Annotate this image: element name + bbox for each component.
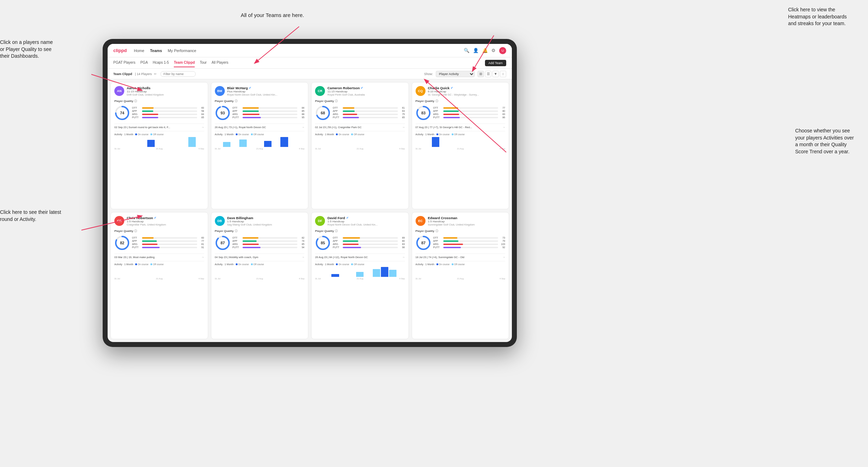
recent-round-text: 02 Sep 23 | Sunset round to get back int…	[114, 126, 170, 129]
player-name[interactable]: Cameron Robertson✔	[327, 86, 405, 90]
activity-header: Activity · 1 Month On course Off course	[315, 263, 405, 266]
recent-round[interactable]: 03 Mar 23 | 19, Must make putting →	[114, 254, 204, 259]
player-card[interactable]: AN Aaron Nicholls 11-15 Handicap Drift G…	[110, 82, 208, 209]
activity-header: Activity · 1 Month On course Off course	[315, 133, 405, 136]
player-card[interactable]: EC Edward Crossman 1-5 Handicap Sunningd…	[412, 212, 509, 339]
player-name[interactable]: Chris Robertson✔	[127, 216, 204, 220]
tab-pgat-players[interactable]: PGAT Players	[113, 58, 135, 67]
nav-logo[interactable]: clippd	[113, 48, 127, 53]
players-grid: AN Aaron Nicholls 11-15 Handicap Drift G…	[108, 79, 512, 342]
stat-label: PUTT	[433, 116, 442, 119]
edit-icon[interactable]: ✏	[154, 72, 157, 76]
tab-pga[interactable]: PGA	[140, 58, 148, 67]
stat-value: 91	[199, 246, 204, 249]
player-card[interactable]: DB Dave Billingham 1-5 Handicap Sag Main…	[211, 212, 309, 339]
recent-round[interactable]: 04 Sep 23 | Mobility with coach, Gym →	[215, 254, 305, 259]
player-name[interactable]: Dave Billingham	[227, 216, 305, 220]
info-icon: ⓘ	[134, 229, 137, 233]
stat-value: 83	[399, 243, 405, 245]
stat-bar-container	[343, 244, 398, 245]
recent-round-text: 26 Aug 23 | 73 (+1), Royal North Devon G…	[215, 126, 266, 129]
quality-section[interactable]: 83 OTT 77 APP 80 ARG 83 PUTT 86	[416, 105, 506, 121]
player-header: EC Edward Crossman 1-5 Handicap Sunningd…	[416, 216, 506, 226]
player-card[interactable]: CR Cameron Robertson✔ 11-15 Handicap Roy…	[311, 82, 409, 209]
quality-section[interactable]: 85 OTT 89 APP 80 ARG 83 PUTT 96	[315, 235, 405, 251]
recent-round[interactable]: 02 Sep 23 | Sunset round to get back int…	[114, 124, 204, 129]
recent-round[interactable]: 26 Aug 23 | 73 (+1), Royal North Devon G…	[215, 124, 305, 129]
tab-tour[interactable]: Tour	[200, 58, 206, 67]
player-name[interactable]: Blair McHarg✔	[227, 86, 305, 90]
legend-on-label: On course	[138, 133, 148, 136]
quality-section[interactable]: 68 OTT 61 APP 63 ARG 75 PUTT 85	[315, 105, 405, 121]
tablet-screen: clippd Home Teams My Performance 🔍 👤 🔔 ⚙…	[108, 44, 512, 342]
stat-value: 94	[299, 246, 304, 249]
info-icon: ⓘ	[335, 99, 338, 103]
stat-value: 85	[299, 110, 304, 112]
player-name[interactable]: Aaron Nicholls	[127, 86, 204, 90]
player-header: DF David Ford✔ 1-5 Handicap Royal North …	[315, 216, 405, 226]
stat-bar	[242, 110, 259, 112]
quality-section[interactable]: 74 OTT 60 APP 58 ARG 84 PUTT 85	[114, 105, 204, 121]
tab-hcaps[interactable]: Hcaps 1-5	[153, 58, 169, 67]
sort-icon[interactable]: ↕	[500, 71, 506, 77]
filter-icon[interactable]: ▼	[492, 71, 499, 77]
list-view-icon[interactable]: ☰	[485, 71, 491, 77]
quality-section[interactable]: 87 OTT 82 APP 74 ARG 85 PUTT 94	[215, 235, 305, 251]
player-name[interactable]: Edward Crossman	[428, 216, 506, 220]
recent-round[interactable]: 18 Jul 23 | 74 (+4), Sunningdale GC - Ol…	[416, 254, 506, 259]
recent-round[interactable]: 26 Aug 23 | 84 (+12), Royal North Devon …	[315, 254, 405, 259]
search-icon[interactable]: 🔍	[464, 48, 469, 53]
annotation-left-bottom: Click here to see their latest round or …	[0, 209, 61, 223]
stat-bar	[343, 117, 359, 118]
stat-row: PUTT 96	[333, 246, 405, 249]
nav-home[interactable]: Home	[134, 48, 144, 53]
sub-nav: PGAT Players PGA Hcaps 1-5 Team Clippd T…	[108, 57, 512, 69]
legend-on-label: On course	[338, 133, 349, 136]
search-input[interactable]	[160, 71, 196, 77]
stat-bar	[443, 110, 459, 112]
player-card[interactable]: DF David Ford✔ 1-5 Handicap Royal North …	[311, 212, 409, 339]
stat-bar	[242, 237, 258, 239]
nav-performance[interactable]: My Performance	[168, 48, 196, 53]
chart-x-labels: 31 Jul 21 Aug 4 Sep	[416, 278, 506, 280]
recent-round-text: 02 Jul 23 | 59 (+1), Craigmillar Park GC	[315, 126, 361, 129]
x-label-mid: 21 Aug	[457, 148, 464, 150]
svg-text:87: 87	[220, 241, 224, 245]
stat-label: OTT	[233, 237, 241, 239]
x-label-mid: 21 Aug	[156, 278, 163, 280]
x-label-end: 4 Sep	[399, 148, 405, 150]
show-select[interactable]: Player Activity Quality Score Trend	[436, 71, 475, 77]
nav-right: 🔍 👤 🔔 ⚙ U	[464, 47, 506, 54]
tab-all-players[interactable]: All Players	[212, 58, 228, 67]
player-card[interactable]: CQ Charlie Quick✔ 6-10 Handicap St. Geor…	[412, 82, 509, 209]
player-name[interactable]: Charlie Quick✔	[428, 86, 506, 90]
nav-teams[interactable]: Teams	[150, 48, 162, 53]
bell-icon[interactable]: 🔔	[482, 48, 488, 53]
player-card[interactable]: BM Blair McHarg✔ Plus Handicap Royal Nor…	[211, 82, 309, 209]
recent-round[interactable]: 02 Jul 23 | 59 (+1), Craigmillar Park GC…	[315, 124, 405, 129]
quality-section[interactable]: 82 OTT 60 APP 77 ARG 81 PUTT 91	[114, 235, 204, 251]
stat-bar-container	[142, 107, 197, 109]
avatar[interactable]: U	[499, 47, 506, 54]
x-label-start: 31 Jul	[315, 148, 321, 150]
recent-round[interactable]: 07 Aug 23 | 77 (+7), St George's Hill GC…	[416, 124, 506, 129]
quality-stats: OTT 84 APP 85 ARG 88 PUTT 95	[233, 107, 305, 119]
player-handicap: 11-15 Handicap	[327, 90, 405, 93]
add-team-button[interactable]: Add Team	[485, 60, 506, 66]
tab-team-clippd[interactable]: Team Clippd	[174, 58, 195, 67]
round-arrow: →	[302, 126, 304, 129]
user-icon[interactable]: 👤	[473, 48, 479, 53]
settings-icon[interactable]: ⚙	[491, 48, 496, 53]
round-arrow: →	[502, 126, 505, 129]
recent-round-text: 07 Aug 23 | 77 (+7), St George's Hill GC…	[416, 126, 472, 129]
quality-section[interactable]: 93 OTT 84 APP 85 ARG 88 PUTT 95	[215, 105, 305, 121]
grid-view-icon[interactable]: ⊞	[478, 71, 484, 77]
quality-section[interactable]: 87 OTT 73 APP 79 ARG 103 PUTT 92	[416, 235, 506, 251]
player-name[interactable]: David Ford✔	[327, 216, 405, 220]
stat-bar-container	[142, 247, 197, 248]
stat-label: APP	[333, 240, 341, 242]
x-label-end: 4 Sep	[199, 148, 204, 150]
verified-icon: ✔	[346, 216, 349, 220]
player-card[interactable]: CR Chris Robertson✔ 1-5 Handicap Craigmi…	[110, 212, 208, 339]
activity-legend: On course Off course	[436, 263, 465, 266]
